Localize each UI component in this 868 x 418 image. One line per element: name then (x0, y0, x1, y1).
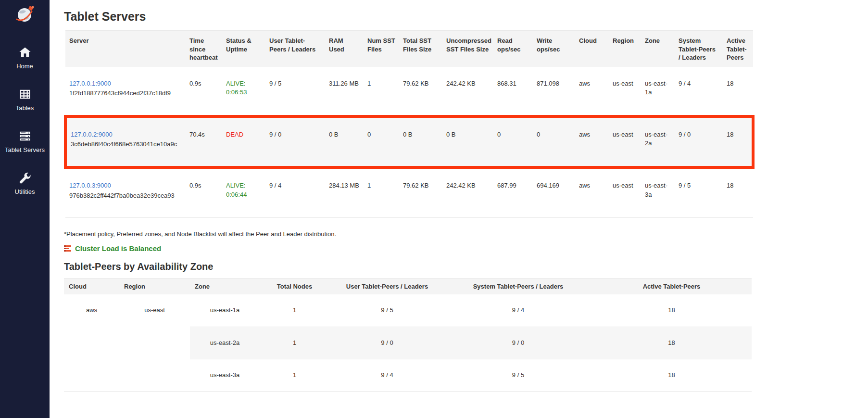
col-header-zone: Zone (190, 278, 260, 294)
tables-icon (18, 87, 32, 101)
balance-icon (64, 245, 71, 252)
tablet-servers-table: Server Time since heartbeat Status & Upt… (64, 30, 755, 218)
col-header-region: Region (119, 278, 190, 294)
sidebar-item-home[interactable]: Home (0, 45, 50, 70)
status-badge: DEAD (226, 130, 262, 139)
cell-num-sst: 1 (364, 67, 399, 116)
cell-cloud: aws (575, 167, 609, 217)
cell-total-sst: 79.62 KB (399, 67, 442, 116)
cell-write-ops: 694.169 (533, 167, 575, 217)
cell-system-peers: 9 / 0 (445, 327, 591, 359)
status-badge: ALIVE: (226, 79, 262, 88)
col-header-region: Region (609, 31, 641, 67)
cell-heartbeat: 0.9s (186, 67, 222, 116)
col-header-uncompressed-sst: Uncompressed SST Files Size (442, 31, 493, 67)
sidebar-item-label: Home (16, 63, 33, 70)
cell-ram: 311.26 MB (325, 67, 364, 116)
cell-zone: us-east-3a (641, 167, 675, 217)
app-logo-icon[interactable] (14, 4, 36, 25)
cell-user-peers: 9 / 0 (329, 327, 445, 359)
cell-user-peers: 9 / 4 (265, 167, 325, 217)
cell-system-peers: 9 / 5 (445, 359, 591, 391)
cell-total-nodes: 1 (260, 294, 329, 327)
col-header-ram: RAM Used (325, 31, 364, 67)
az-table-header-row: Cloud Region Zone Total Nodes User Table… (64, 278, 752, 294)
cell-read-ops: 0 (493, 116, 533, 167)
cell-active-peers: 18 (723, 116, 753, 167)
page-title: Tablet Servers (64, 10, 868, 24)
table-row-server-2-dead-highlighted: 127.0.0.2:9000 3c6deb86f40c4f668e5763041… (65, 116, 753, 167)
sidebar-item-tables[interactable]: Tables (0, 87, 50, 112)
cell-uncompressed-sst: 0 B (442, 116, 493, 167)
col-header-total-sst: Total SST Files Size (399, 31, 442, 67)
cell-heartbeat: 70.4s (186, 116, 222, 167)
cell-total-nodes: 1 (260, 327, 329, 359)
cell-write-ops: 0 (533, 116, 575, 167)
cell-uncompressed-sst: 242.42 KB (442, 167, 493, 217)
main-content: Tablet Servers Server Time since heartbe… (50, 0, 868, 418)
sidebar-item-utilities[interactable]: Utilities (0, 171, 50, 195)
server-uuid: 3c6deb86f40c4f668e5763041ce10a9c (71, 140, 182, 149)
cell-ram: 284.13 MB (325, 167, 364, 217)
cell-system-peers: 9 / 0 (675, 116, 723, 167)
cell-cloud: aws (64, 294, 119, 391)
col-header-system-peers: System Tablet-Peers / Leaders (445, 278, 591, 294)
uptime-value: 0:06:53 (226, 88, 262, 97)
cell-user-peers: 9 / 4 (329, 359, 445, 391)
sidebar-item-label: Utilities (15, 188, 35, 195)
cell-read-ops: 687.99 (493, 167, 533, 217)
cell-system-peers: 9 / 4 (445, 294, 591, 327)
sidebar: Home Tables Tablet Servers Utilities (0, 0, 50, 418)
col-header-server: Server (65, 31, 186, 67)
cell-uncompressed-sst: 242.42 KB (442, 67, 493, 116)
tablet-peers-by-az-table: Cloud Region Zone Total Nodes User Table… (64, 278, 752, 392)
cell-system-peers: 9 / 5 (675, 167, 723, 217)
col-header-active-peers: Active Tablet-Peers (591, 278, 752, 294)
cell-zone: us-east-2a (641, 116, 675, 167)
server-uuid: 1f2fd188777643cf944ced2f37c18df9 (69, 89, 182, 98)
cell-active-peers: 18 (591, 359, 752, 391)
cell-user-peers: 9 / 5 (329, 294, 445, 327)
col-header-num-sst: Num SST Files (364, 31, 399, 67)
cell-active-peers: 18 (723, 167, 753, 217)
server-link[interactable]: 127.0.0.1:9000 (69, 80, 111, 87)
server-link[interactable]: 127.0.0.3:9000 (69, 182, 111, 189)
cell-region: us-east (119, 294, 190, 391)
cell-user-peers: 9 / 5 (265, 67, 325, 116)
cell-active-peers: 18 (591, 294, 752, 327)
cell-total-sst: 0 B (399, 116, 442, 167)
cell-heartbeat: 0.9s (186, 167, 222, 217)
cell-total-nodes: 1 (260, 359, 329, 391)
cell-system-peers: 9 / 4 (675, 67, 723, 116)
col-header-active-peers: Active Tablet-Peers (723, 31, 753, 67)
placement-policy-footnote: *Placement policy, Preferred zones, and … (64, 230, 868, 238)
sidebar-item-label: Tables (16, 104, 34, 112)
az-table-row-1a: aws us-east us-east-1a 1 9 / 5 9 / 4 18 (64, 294, 752, 327)
table-row-server-3: 127.0.0.3:9000 976b382c2ff442f7ba0bea32e… (65, 167, 753, 217)
col-header-cloud: Cloud (64, 278, 119, 294)
cell-read-ops: 868.31 (493, 67, 533, 116)
col-header-system-peers: System Tablet-Peers / Leaders (675, 31, 723, 67)
uptime-value: 0:06:44 (226, 190, 262, 199)
cell-active-peers: 18 (591, 327, 752, 359)
table-row-server-1: 127.0.0.1:9000 1f2fd188777643cf944ced2f3… (65, 67, 753, 116)
cell-region: us-east (609, 167, 641, 217)
server-uuid: 976b382c2ff442f7ba0bea32e39cea93 (69, 191, 182, 200)
cluster-load-status-text: Cluster Load is Balanced (75, 244, 161, 253)
cell-cloud: aws (575, 116, 609, 167)
col-header-status: Status & Uptime (222, 31, 265, 67)
col-header-read-ops: Read ops/sec (493, 31, 533, 67)
sidebar-item-tablet-servers[interactable]: Tablet Servers (0, 129, 50, 153)
cell-zone: us-east-2a (190, 327, 260, 359)
col-header-user-peers: User Tablet-Peers / Leaders (265, 31, 325, 67)
cell-num-sst: 0 (364, 116, 399, 167)
cluster-load-status: Cluster Load is Balanced (64, 244, 868, 253)
cell-active-peers: 18 (723, 67, 753, 116)
sidebar-item-label: Tablet Servers (5, 146, 45, 153)
home-icon (18, 45, 32, 60)
cell-num-sst: 1 (364, 167, 399, 217)
server-link[interactable]: 127.0.0.2:9000 (71, 131, 113, 138)
servers-table-header-row: Server Time since heartbeat Status & Upt… (65, 31, 753, 67)
cell-ram: 0 B (325, 116, 364, 167)
col-header-write-ops: Write ops/sec (533, 31, 575, 67)
